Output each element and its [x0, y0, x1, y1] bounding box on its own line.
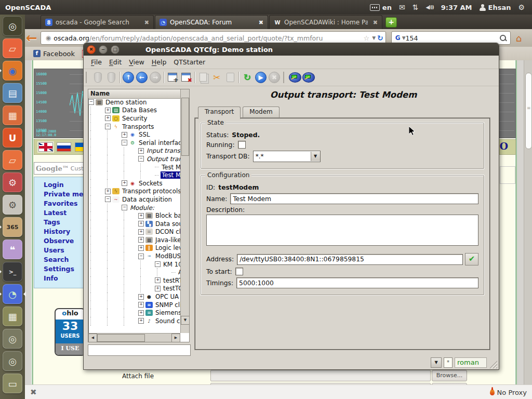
- tree-scroll-right-button[interactable]: ▶: [171, 334, 180, 342]
- session-indicator[interactable]: ⚙: [518, 4, 525, 11]
- menu-edit[interactable]: Edit: [109, 58, 122, 66]
- expand-toggle[interactable]: +: [138, 310, 144, 316]
- collapse-toggle[interactable]: −: [122, 205, 127, 210]
- mail-indicator[interactable]: ✉: [399, 4, 405, 11]
- status-dropdown-button[interactable]: ▼: [431, 357, 442, 368]
- expand-toggle[interactable]: +: [138, 294, 144, 300]
- load-db-button[interactable]: [91, 71, 104, 84]
- toolbar-grip[interactable]: [283, 72, 286, 83]
- clock-indicator[interactable]: 9:37 AM: [441, 4, 472, 11]
- tree-filter-input[interactable]: [88, 344, 191, 356]
- tree-scroll-left-button[interactable]: ◀: [88, 334, 97, 342]
- expand-toggle[interactable]: +: [138, 237, 144, 243]
- transport-db-combo[interactable]: *.* ▼: [253, 151, 321, 162]
- window-minimize-button[interactable]: −: [99, 45, 108, 54]
- refresh-button[interactable]: ↻: [241, 71, 254, 84]
- tree-item-testtcp[interactable]: +testTCP: [88, 285, 180, 293]
- collapse-toggle[interactable]: −: [88, 99, 94, 105]
- cut-item-button[interactable]: ✂: [210, 71, 223, 84]
- launcher-openscada-qtcfg-icon[interactable]: ◔: [3, 284, 22, 304]
- user-indicator[interactable]: Ehsan: [480, 4, 511, 11]
- tree-item-opc-ua[interactable]: +●OPC UA: [88, 292, 180, 301]
- back-button[interactable]: ←: [26, 31, 37, 45]
- collapse-toggle[interactable]: −: [122, 140, 127, 145]
- tree-scrollbar-thumb[interactable]: [181, 98, 189, 156]
- expand-toggle[interactable]: +: [122, 132, 127, 138]
- tab-close-icon[interactable]: ✖: [373, 19, 378, 26]
- launcher-disc-icon[interactable]: ◎: [3, 351, 22, 371]
- tree-item-data-acquisition[interactable]: −~Data acquisition: [88, 195, 180, 204]
- flag-uk[interactable]: [39, 143, 52, 151]
- tree-item-testrtu[interactable]: +testRTU: [88, 276, 180, 285]
- tree-item-dcon-client[interactable]: +≡DCON client: [88, 228, 180, 236]
- collapse-toggle[interactable]: −: [138, 156, 144, 162]
- home-button[interactable]: ⌂: [516, 33, 522, 44]
- combo-dropdown-icon[interactable]: ▼: [311, 152, 320, 161]
- menu-qtstarter[interactable]: QTStarter: [174, 58, 205, 66]
- tree-item-output-transport[interactable]: −Output transport:: [88, 155, 180, 163]
- tree-scroll-down-button[interactable]: ▼: [181, 316, 190, 325]
- flag-russia[interactable]: [57, 143, 71, 151]
- save-db-button[interactable]: [104, 71, 118, 84]
- tree-item-logic-level[interactable]: +‖Logic level: [88, 244, 180, 252]
- page-scrollbar[interactable]: [524, 60, 532, 384]
- browser-tab[interactable]: ◔OpenSCADA: Forum✖: [155, 15, 268, 29]
- ohloh-badge[interactable]: ohlo 33 USERS I USE: [55, 308, 86, 356]
- window-close-button[interactable]: ✖: [87, 45, 96, 54]
- tab-close-icon[interactable]: ✖: [144, 19, 149, 26]
- bookmark-star-icon[interactable]: ☆: [363, 34, 369, 42]
- menu-file[interactable]: File: [91, 58, 102, 66]
- tree-item-test-modbus[interactable]: Test ModBus: [88, 163, 180, 171]
- expand-toggle[interactable]: +: [105, 115, 111, 121]
- sound-indicator[interactable]: ◀))): [425, 5, 433, 10]
- expand-toggle[interactable]: +: [155, 277, 161, 283]
- expand-toggle[interactable]: +: [105, 108, 111, 113]
- forward-button[interactable]: →: [149, 71, 162, 84]
- page-scrollbar-thumb[interactable]: [525, 73, 532, 149]
- search-input[interactable]: 154: [406, 34, 500, 42]
- running-checkbox[interactable]: [238, 141, 246, 149]
- tree-item-test-modem[interactable]: Test Modem: [88, 171, 180, 179]
- expand-toggle[interactable]: +: [138, 221, 144, 227]
- menu-help[interactable]: Help: [152, 58, 167, 66]
- address-apply-button[interactable]: ✔: [465, 253, 478, 265]
- expand-toggle[interactable]: +: [138, 148, 144, 154]
- browser-tab[interactable]: 8oscada - Google Search✖: [41, 15, 154, 29]
- tree-item-at-101-2[interactable]: AT 101_2: [88, 268, 180, 276]
- tree-item-sound-card[interactable]: +♪Sound card: [88, 317, 180, 325]
- window-maximize-button[interactable]: □: [111, 45, 119, 54]
- paste-item-button[interactable]: [223, 71, 237, 84]
- tree-item-serial-interfaces[interactable]: −⚙Serial interfaces: [88, 139, 180, 147]
- launcher-firefox-icon[interactable]: ◉: [3, 61, 22, 81]
- to-start-checkbox[interactable]: [235, 268, 243, 275]
- tree-header[interactable]: Name ▲: [88, 89, 189, 99]
- copy-item-button[interactable]: [196, 71, 210, 84]
- launcher-system-settings-icon[interactable]: ⚙: [3, 172, 22, 192]
- reload-icon[interactable]: ↻: [377, 34, 383, 42]
- resize-grip[interactable]: [489, 360, 497, 368]
- bookmark-facebook[interactable]: Facebook: [43, 50, 75, 58]
- tree-item-security[interactable]: +○Security: [88, 114, 180, 123]
- tree-item-system-da[interactable]: +▣System DA: [88, 325, 180, 326]
- name-input[interactable]: [230, 193, 478, 204]
- launcher-folder-icon[interactable]: ▱: [3, 150, 22, 170]
- expand-toggle[interactable]: +: [138, 229, 144, 235]
- tree-item-transport-protocols[interactable]: +ϟTransport protocols: [88, 188, 180, 196]
- tree-item-demo-station[interactable]: −▦Demo station: [88, 98, 180, 107]
- add-item-button[interactable]: [166, 71, 179, 84]
- delete-item-button[interactable]: [179, 71, 193, 84]
- launcher-workspace-switcher-icon[interactable]: ▦: [3, 307, 22, 326]
- back-button[interactable]: ←: [135, 71, 149, 84]
- launcher-tool-window-icon[interactable]: ⚙: [3, 195, 22, 215]
- tree-item-input-transport[interactable]: +Input transport:: [88, 147, 180, 155]
- tree-hscrollbar-thumb[interactable]: [97, 334, 145, 342]
- collapse-toggle[interactable]: −: [105, 196, 111, 202]
- qtstarter-tools-button[interactable]: [302, 71, 315, 84]
- timings-input[interactable]: [236, 277, 478, 288]
- tree-item-data-sources[interactable]: +▚Data sources: [88, 220, 180, 228]
- proxy-status-label[interactable]: No Proxy: [497, 389, 527, 396]
- tree-item-data-bases[interactable]: +▤Data Bases: [88, 107, 180, 115]
- panel-tab-modem[interactable]: Modem: [243, 107, 279, 118]
- expand-toggle[interactable]: +: [138, 245, 144, 251]
- url-dropdown-icon[interactable]: ▼: [372, 35, 376, 41]
